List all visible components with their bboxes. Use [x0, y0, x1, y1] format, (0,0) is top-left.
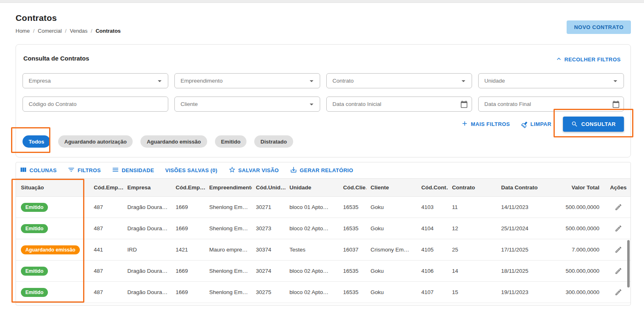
breadcrumb-separator: /: [65, 28, 67, 34]
cell-cod-cliente: 16535: [339, 197, 366, 218]
breadcrumb-separator: /: [33, 28, 35, 34]
cell-valor-total: 500.000,0000: [556, 218, 606, 239]
table-row[interactable]: Emitido 487 Dragão Doura… 1669 Shenlong …: [16, 218, 630, 239]
cell-valor-total: 7.000,0000: [556, 239, 606, 260]
breadcrumb-comercial[interactable]: Comercial: [38, 28, 62, 34]
filter-row-1: [23, 73, 624, 88]
data-contrato-final-input[interactable]: [479, 97, 624, 111]
header-cod-contrato[interactable]: Cód.Cont…: [417, 179, 448, 196]
clear-filters-label: LIMPAR: [531, 121, 551, 127]
cell-cod-contrato: 4106: [417, 261, 448, 281]
contrato-input[interactable]: [327, 74, 472, 88]
codigo-contrato-field[interactable]: [23, 97, 168, 112]
breadcrumb-current: Contratos: [95, 28, 120, 34]
generate-report-button[interactable]: GERAR RELATÓRIO: [290, 166, 353, 175]
unidade-input[interactable]: [479, 74, 624, 88]
data-contrato-final-field[interactable]: [478, 97, 624, 112]
columns-icon: [20, 166, 27, 175]
cell-acoes: [606, 239, 630, 260]
edit-button[interactable]: [613, 287, 624, 298]
table-row[interactable]: Aguardando emissão 441 IRD 1421 Mauro em…: [16, 239, 630, 261]
columns-button[interactable]: COLUNAS: [20, 166, 56, 175]
cell-empresa: IRD: [123, 239, 172, 260]
cell-contrato: 12: [448, 218, 497, 239]
table-row[interactable]: Emitido 487 Dragão Doura… 1669 Shenlong …: [16, 197, 630, 218]
edit-button[interactable]: [613, 244, 624, 255]
header-situacao[interactable]: Situação: [16, 179, 90, 196]
edit-button[interactable]: [613, 223, 624, 234]
calendar-icon[interactable]: [460, 100, 468, 108]
empresa-input[interactable]: [23, 74, 168, 88]
edit-button[interactable]: [613, 202, 624, 213]
header-data-contrato[interactable]: Data Contrato: [497, 179, 556, 196]
cliente-input[interactable]: [175, 97, 320, 111]
data-contrato-inicial-input[interactable]: [327, 97, 472, 111]
saved-views-button[interactable]: VISÕES SALVAS (0): [165, 167, 217, 173]
more-filters-button[interactable]: MAIS FILTROS: [461, 120, 510, 128]
chip-aguardando-autorizacao[interactable]: Aguardando autorização: [58, 135, 133, 148]
header-contrato[interactable]: Contrato: [448, 179, 497, 196]
cell-unidade: bloco 02 Apto…: [285, 218, 339, 239]
filter-actions-row: MAIS FILTROS LIMPAR CONSULTAR: [461, 117, 624, 132]
table-row[interactable]: Emitido 487 Dragão Doura… 1669 Shenlong …: [16, 282, 630, 303]
table-row[interactable]: Emitido 487 Dragão Doura… 1669 Shenlong …: [16, 261, 630, 282]
vertical-scrollbar[interactable]: [627, 240, 630, 288]
cell-situacao: Emitido: [16, 197, 90, 218]
clear-filters-button[interactable]: LIMPAR: [522, 121, 551, 128]
empreendimento-select[interactable]: [174, 73, 320, 88]
chevron-down-icon: [155, 76, 164, 85]
consult-button-label: CONSULTAR: [581, 121, 616, 127]
collapse-filters-button[interactable]: RECOLHER FILTROS: [555, 55, 621, 64]
chip-todos[interactable]: Todos: [23, 135, 50, 148]
edit-button[interactable]: [613, 265, 624, 276]
cell-cod-empreendimento: 1669: [172, 197, 205, 218]
header-cod-empresa[interactable]: Cód.Emp…: [90, 179, 123, 196]
table-toolbar: COLUNAS FILTROS DENSIDADE VISÕES SALVAS …: [20, 162, 353, 178]
download-icon: [290, 166, 297, 175]
table-card: COLUNAS FILTROS DENSIDADE VISÕES SALVAS …: [16, 162, 631, 306]
breadcrumb-home[interactable]: Home: [16, 28, 30, 34]
page-title: Contratos: [16, 13, 57, 23]
header-empreendimento[interactable]: Empreendimento: [205, 179, 252, 196]
codigo-contrato-input[interactable]: [23, 97, 168, 111]
chip-emitido[interactable]: Emitido: [215, 135, 247, 148]
chip-aguardando-emissao[interactable]: Aguardando emissão: [140, 135, 207, 148]
save-view-button[interactable]: SALVAR VISÃO: [228, 166, 279, 175]
cell-contrato: 14: [448, 261, 497, 281]
chip-distratado[interactable]: Distratado: [254, 135, 293, 148]
cell-cod-unidade: 30275: [252, 282, 285, 303]
cell-situacao: Emitido: [16, 261, 90, 281]
cell-cliente: Goku: [366, 261, 417, 281]
data-contrato-inicial-field[interactable]: [326, 97, 472, 112]
cell-cod-cliente: 16037: [339, 239, 366, 260]
header-cod-cliente[interactable]: Cód.Clie…: [339, 179, 366, 196]
calendar-icon[interactable]: [612, 100, 620, 108]
status-badge: Emitido: [21, 288, 48, 297]
header-valor-total[interactable]: Valor Total: [556, 179, 606, 196]
header-empresa[interactable]: Empresa: [123, 179, 172, 196]
header-cliente[interactable]: Cliente: [366, 179, 417, 196]
search-icon: [571, 121, 578, 128]
contrato-select[interactable]: [326, 73, 472, 88]
header-cod-unidade[interactable]: Cód.Unid…: [252, 179, 285, 196]
empresa-select[interactable]: [23, 73, 168, 88]
top-strip: [0, 0, 644, 3]
cell-cod-empresa: 441: [90, 239, 123, 260]
cliente-select[interactable]: [174, 97, 320, 112]
cell-contrato: 25: [448, 239, 497, 260]
header-unidade[interactable]: Unidade: [285, 179, 339, 196]
breadcrumb-vendas[interactable]: Vendas: [70, 28, 87, 34]
unidade-select[interactable]: [478, 73, 624, 88]
filters-button[interactable]: FILTROS: [68, 166, 101, 175]
chevron-down-icon: [307, 100, 316, 109]
cell-cod-contrato: 4103: [417, 197, 448, 218]
new-contract-button[interactable]: NOVO CONTRATO: [567, 20, 631, 34]
density-button[interactable]: DENSIDADE: [112, 166, 154, 175]
header-cod-empreendimento[interactable]: Cód.Emp…: [172, 179, 205, 196]
consult-button[interactable]: CONSULTAR: [563, 117, 624, 132]
cell-cod-empreendimento: 1669: [172, 282, 205, 303]
cell-acoes: [606, 218, 630, 239]
empreendimento-input[interactable]: [175, 74, 320, 88]
chevron-down-icon: [459, 76, 468, 85]
cell-cod-unidade: 30274: [252, 261, 285, 281]
